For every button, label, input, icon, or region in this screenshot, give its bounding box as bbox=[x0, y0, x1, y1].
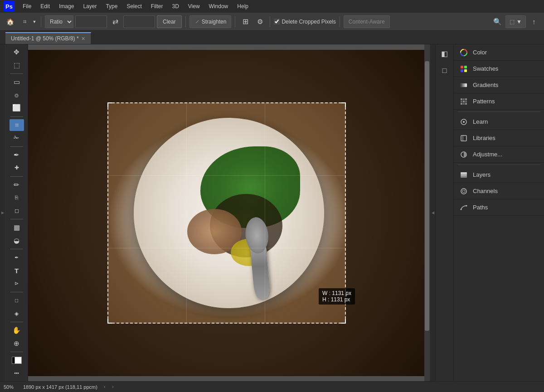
settings-icon[interactable]: ⚙ bbox=[253, 15, 266, 28]
color-icon bbox=[459, 48, 468, 57]
tool-object-select[interactable]: ⬜ bbox=[10, 102, 24, 114]
panel-section-2: Learn Libraries Adjustme... bbox=[454, 114, 544, 163]
tool-hand[interactable]: ✋ bbox=[10, 324, 24, 337]
panel-icon-workspace[interactable]: □ bbox=[437, 63, 452, 78]
tool-clone[interactable]: ⎘ bbox=[10, 192, 24, 204]
tool-pen[interactable]: ✒ bbox=[10, 252, 24, 264]
panel-section-3: Layers Channels Paths bbox=[454, 167, 544, 216]
tool-path-select[interactable]: ⊳ bbox=[10, 277, 24, 290]
workspace-icon: ⬚ bbox=[510, 19, 515, 25]
tool-healing[interactable]: ✚ bbox=[10, 162, 24, 174]
menu-image[interactable]: Image bbox=[55, 2, 78, 10]
panel-separator-1 bbox=[457, 111, 540, 112]
home-icon-btn[interactable]: 🏠 bbox=[4, 15, 16, 28]
panel-item-libraries[interactable]: Libraries bbox=[454, 130, 544, 146]
tab-close-btn[interactable]: × bbox=[82, 35, 85, 42]
tool-separator-1 bbox=[10, 73, 23, 74]
tool-dodge[interactable]: ◒ bbox=[10, 235, 24, 247]
swap-icon[interactable]: ⇄ bbox=[109, 15, 121, 28]
svg-rect-14 bbox=[465, 103, 467, 105]
crop-dropdown-arrow[interactable]: ▼ bbox=[32, 15, 37, 28]
svg-rect-8 bbox=[465, 98, 467, 100]
svg-point-16 bbox=[463, 121, 465, 123]
color-label: Color bbox=[473, 49, 487, 56]
content-aware-button[interactable]: Content-Aware bbox=[344, 15, 390, 28]
delete-cropped-checkbox[interactable] bbox=[274, 19, 280, 24]
panel-item-adjustments[interactable]: Adjustme... bbox=[454, 146, 544, 163]
photo-container: W : 1131 px H : 1131 px bbox=[28, 50, 430, 376]
ratio-height-input[interactable] bbox=[123, 15, 155, 28]
menu-filter[interactable]: Filter bbox=[147, 2, 167, 10]
svg-rect-20 bbox=[461, 176, 467, 178]
grid-overlay-icon[interactable]: ⊞ bbox=[239, 15, 252, 28]
clear-button[interactable]: Clear bbox=[157, 15, 182, 28]
delete-cropped-label[interactable]: Delete Cropped Pixels bbox=[274, 19, 335, 25]
tab-title: Untitled-1 @ 50% (RGB/8) * bbox=[11, 35, 79, 42]
canvas-scrollthumb[interactable] bbox=[425, 61, 429, 330]
menu-help[interactable]: Help bbox=[233, 2, 252, 10]
panel-item-channels[interactable]: Channels bbox=[454, 183, 544, 199]
tool-3d[interactable]: ◈ bbox=[10, 307, 24, 319]
tool-eyedropper[interactable]: ✒ bbox=[10, 149, 24, 161]
tool-artboard[interactable]: ⬚ bbox=[10, 59, 24, 72]
patterns-icon bbox=[459, 97, 468, 106]
tool-eraser[interactable]: ◻ bbox=[10, 205, 24, 217]
panel-item-learn[interactable]: Learn bbox=[454, 114, 544, 130]
menu-layer[interactable]: Layer bbox=[79, 2, 100, 10]
panel-item-layers[interactable]: Layers bbox=[454, 167, 544, 183]
share-icon-btn[interactable]: ↑ bbox=[528, 15, 540, 28]
tool-slice[interactable]: ✁ bbox=[10, 132, 24, 144]
menu-3d[interactable]: 3D bbox=[168, 2, 182, 10]
canvas-scroll[interactable]: W : 1131 px H : 1131 px bbox=[28, 44, 430, 381]
menu-edit[interactable]: Edit bbox=[37, 2, 53, 10]
panel-item-gradients[interactable]: Gradients bbox=[454, 77, 544, 93]
panel-item-patterns[interactable]: Patterns bbox=[454, 93, 544, 110]
panel-item-swatches[interactable]: Swatches bbox=[454, 61, 544, 77]
tool-gradient[interactable]: ▦ bbox=[10, 222, 24, 234]
tool-separator-8 bbox=[10, 322, 23, 322]
nav-next-btn[interactable]: › bbox=[109, 383, 117, 391]
layers-icon bbox=[459, 170, 468, 179]
tool-shape[interactable]: □ bbox=[10, 295, 24, 307]
panel-icon-layers[interactable]: ◧ bbox=[437, 46, 452, 61]
tool-fg-bg-colors[interactable] bbox=[10, 354, 24, 367]
tool-crop[interactable]: ⌗ bbox=[10, 119, 24, 131]
menu-type[interactable]: Type bbox=[102, 2, 121, 10]
tool-more[interactable]: ••• bbox=[10, 367, 24, 379]
panel-item-paths[interactable]: Paths bbox=[454, 199, 544, 216]
tool-separator-3 bbox=[10, 146, 23, 147]
tool-move[interactable]: ✥ bbox=[10, 46, 24, 58]
swatches-icon bbox=[459, 64, 468, 73]
panel-item-color[interactable]: Color bbox=[454, 44, 544, 61]
learn-icon bbox=[459, 117, 468, 126]
svg-rect-22 bbox=[461, 172, 467, 174]
tool-text[interactable]: T bbox=[10, 265, 24, 277]
tool-zoom[interactable]: ⊕ bbox=[10, 337, 24, 349]
ratio-width-input[interactable] bbox=[75, 15, 107, 28]
ratio-select[interactable]: Ratio bbox=[45, 15, 73, 28]
tool-separator-7 bbox=[10, 292, 23, 292]
channels-label: Channels bbox=[473, 188, 498, 194]
menu-window[interactable]: Window bbox=[205, 2, 232, 10]
workspace-selector[interactable]: ⬚ ▼ bbox=[505, 15, 526, 28]
tool-lasso[interactable]: ⌾ bbox=[10, 89, 24, 102]
menu-file[interactable]: File bbox=[19, 2, 35, 10]
left-panel-collapse[interactable] bbox=[0, 44, 5, 381]
menu-select[interactable]: Select bbox=[123, 2, 145, 10]
tool-brush[interactable]: ✏ bbox=[10, 179, 24, 191]
gradients-icon bbox=[459, 81, 468, 90]
svg-rect-9 bbox=[461, 101, 462, 102]
search-icon-btn[interactable]: 🔍 bbox=[491, 15, 504, 28]
layers-label: Layers bbox=[473, 171, 491, 178]
right-panel-collapse[interactable] bbox=[430, 44, 435, 381]
svg-rect-4 bbox=[464, 69, 467, 72]
document-tab[interactable]: Untitled-1 @ 50% (RGB/8) * × bbox=[5, 32, 91, 44]
canvas-scrollbar[interactable] bbox=[424, 44, 430, 381]
crop-icon[interactable]: ⌗ bbox=[18, 15, 31, 28]
canvas-area[interactable]: W : 1131 px H : 1131 px bbox=[28, 44, 430, 381]
tool-rect-select[interactable]: ▭ bbox=[10, 76, 24, 88]
straighten-button[interactable]: ⟋ Straighten bbox=[189, 15, 232, 28]
crop-tool-indicator: ⌗ ▼ bbox=[18, 15, 37, 28]
nav-prev-btn[interactable]: ‹ bbox=[101, 383, 108, 391]
menu-view[interactable]: View bbox=[185, 2, 204, 10]
